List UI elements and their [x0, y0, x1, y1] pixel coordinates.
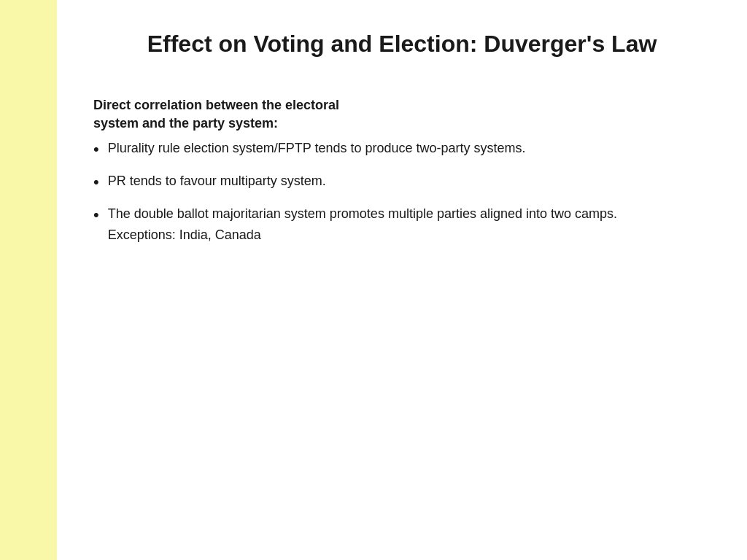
bullet-dot-2: • — [93, 170, 99, 194]
left-accent-bar — [0, 0, 57, 560]
slide-title: Effect on Voting and Election: Duverger'… — [93, 29, 711, 60]
bullet-dot-3: • — [93, 203, 99, 227]
bullet-text-1: Plurality rule election system/FPTP tend… — [108, 139, 711, 158]
bullet-text-2: PR tends to favour multiparty system. — [108, 171, 711, 191]
bullet-text-3-main: The double ballot majoritarian system pr… — [108, 206, 617, 221]
intro-heading-line1: Direct correlation between the electoral — [93, 98, 339, 112]
bullet-item-2: • PR tends to favour multiparty system. — [93, 171, 711, 194]
intro-heading: Direct correlation between the electoral… — [93, 96, 711, 133]
slide-content: Effect on Voting and Election: Duverger'… — [57, 0, 747, 560]
bullet-item-3: • The double ballot majoritarian system … — [93, 204, 711, 245]
bullet-text-3-sub: Exceptions: India, Canada — [108, 225, 711, 245]
bullet-dot-1: • — [93, 137, 99, 161]
bullet-text-3: The double ballot majoritarian system pr… — [108, 204, 711, 245]
bullet-item-1: • Plurality rule election system/FPTP te… — [93, 139, 711, 161]
bullet-list: • Plurality rule election system/FPTP te… — [93, 139, 711, 245]
slide-body: Direct correlation between the electoral… — [93, 96, 711, 255]
intro-heading-line2: system and the party system: — [93, 116, 278, 131]
slide-container: Effect on Voting and Election: Duverger'… — [0, 0, 747, 560]
